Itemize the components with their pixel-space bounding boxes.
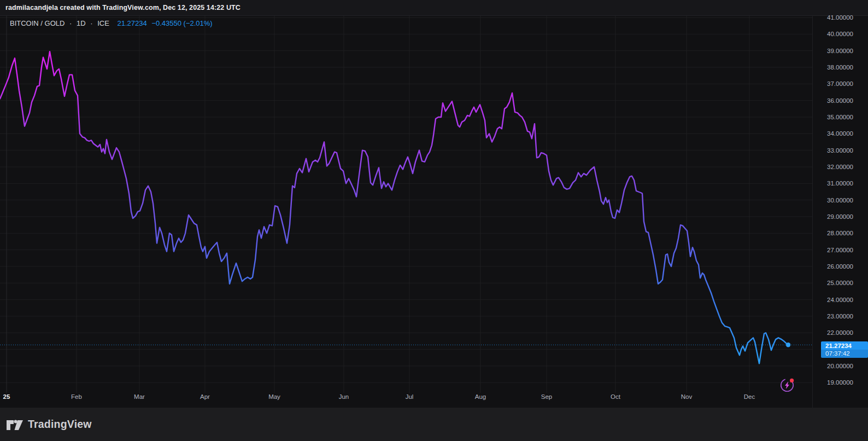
chart-gridlines <box>0 15 812 393</box>
separator-dot: · <box>90 19 92 27</box>
time-tick-label: Mar <box>134 391 145 403</box>
price-tick-label: 39.00000 <box>827 47 853 55</box>
price-tick-label: 32.00000 <box>827 163 853 171</box>
time-tick-label: Jun <box>339 391 349 403</box>
exchange-label: ICE <box>97 19 109 27</box>
price-tick-label: 24.00000 <box>827 296 853 304</box>
time-tick-label: Sep <box>541 391 552 403</box>
ratio-line-series <box>0 51 788 363</box>
last-price-label-value: 21.27234 <box>821 341 868 350</box>
time-tick-label: Oct <box>611 391 620 403</box>
time-scale[interactable]: 25FebMarAprMayJunJulAugSepOctNovDec <box>0 390 812 408</box>
time-tick-label: Feb <box>71 391 82 403</box>
attribution-text: radmilacandjela created with TradingView… <box>5 0 241 15</box>
time-tick-label: Apr <box>200 391 210 403</box>
price-tick-label: 38.00000 <box>827 63 853 71</box>
last-value-dot <box>786 343 790 347</box>
time-tick-label: Aug <box>475 391 486 403</box>
attribution-bar: radmilacandjela created with TradingView… <box>0 0 868 15</box>
price-tick-label: 22.00000 <box>827 329 853 336</box>
interval-label: 1D <box>77 19 86 27</box>
spark-icon[interactable] <box>775 373 800 398</box>
countdown-timer: 07:37:42 <box>821 350 868 358</box>
price-tick-label: 40.00000 <box>827 30 853 38</box>
price-tick-label: 28.00000 <box>827 229 853 237</box>
time-tick-label: May <box>268 391 280 403</box>
lightning-bolt-icon <box>785 381 789 389</box>
price-tick-label: 29.00000 <box>827 213 853 220</box>
time-tick-label: Dec <box>744 391 755 403</box>
price-tick-label: 36.00000 <box>827 97 853 105</box>
last-price-label: 21.27234 07:37:42 <box>821 341 868 358</box>
price-change-value: −0.43550 (−2.01%) <box>151 19 212 27</box>
alert-dot <box>790 379 794 382</box>
tradingview-logo-icon <box>7 418 23 431</box>
time-tick-label: Jul <box>406 391 414 403</box>
last-price-value: 21.27234 <box>118 19 147 27</box>
price-tick-label: 30.00000 <box>827 196 853 204</box>
time-tick-label: Nov <box>681 391 692 403</box>
price-chart[interactable] <box>0 0 868 408</box>
price-tick-label: 37.00000 <box>827 80 853 88</box>
pane-border <box>0 15 868 16</box>
price-tick-label: 19.00000 <box>827 379 853 386</box>
tradingview-logo[interactable]: TradingView <box>7 408 92 441</box>
tradingview-brand-text: TradingView <box>28 418 92 431</box>
separator-dot: · <box>69 19 72 27</box>
price-tick-label: 35.00000 <box>827 113 853 121</box>
price-tick-label: 23.00000 <box>827 312 853 320</box>
price-tick-label: 33.00000 <box>827 147 853 154</box>
symbol-info-row[interactable]: BITCOIN / GOLD · 1D · ICE 21.27234 −0.43… <box>10 19 215 27</box>
time-tick-label: 25 <box>3 391 10 403</box>
price-tick-label: 25.00000 <box>827 279 853 287</box>
price-tick-label: 26.00000 <box>827 263 853 270</box>
footer-bar: TradingView <box>0 408 868 441</box>
price-tick-label: 27.00000 <box>827 246 853 254</box>
symbol-name: BITCOIN / GOLD <box>10 19 64 27</box>
price-tick-label: 34.00000 <box>827 130 853 137</box>
price-tick-label: 20.00000 <box>827 362 853 370</box>
price-tick-label: 31.00000 <box>827 179 853 187</box>
